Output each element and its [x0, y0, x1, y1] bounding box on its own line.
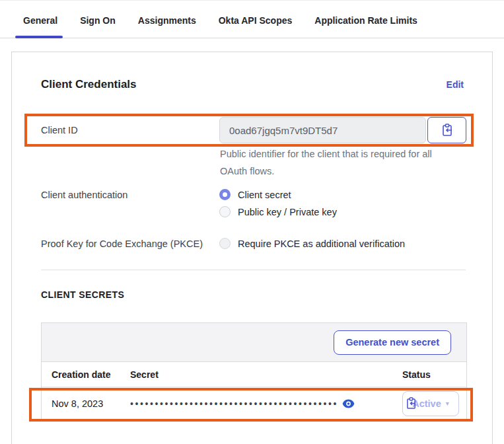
client-id-help-text: Public identifier for the client that is… — [220, 145, 450, 180]
secret-creation-date: Nov 8, 2023 — [52, 398, 130, 409]
caret-down-icon: ▾ — [446, 400, 449, 407]
radio-client-secret-label: Client secret — [238, 190, 291, 200]
masked-secret-value: ••••••••••••••••••••••••••••••••••••••••… — [130, 398, 338, 409]
client-id-input[interactable] — [219, 117, 426, 143]
column-header-secret: Secret — [130, 369, 402, 380]
status-cell: Active ▾ — [402, 391, 466, 416]
column-header-status: Status — [402, 369, 466, 380]
tab-assignments[interactable]: Assignments — [137, 15, 198, 38]
section-divider — [41, 270, 466, 270]
pkce-row: Proof Key for Code Exchange (PKCE) Requi… — [41, 238, 467, 249]
pkce-label: Proof Key for Code Exchange (PKCE) — [41, 238, 219, 249]
generate-new-secret-button[interactable]: Generate new secret — [334, 330, 451, 355]
client-authentication-options: Client secret Public key / Private key — [219, 189, 337, 217]
client-id-row-highlight: Client ID — [24, 114, 474, 147]
clipboard-copy-icon — [441, 124, 453, 137]
radio-unselected-icon[interactable] — [219, 206, 231, 217]
edit-link[interactable]: Edit — [447, 79, 464, 90]
panel-header: Client Credentials Edit — [41, 78, 464, 91]
eye-icon[interactable] — [342, 399, 355, 408]
pkce-checkbox-label: Require PKCE as additional verification — [238, 239, 405, 249]
copy-client-id-button[interactable] — [427, 117, 466, 143]
radio-public-private-key[interactable]: Public key / Private key — [219, 206, 337, 217]
pkce-checkbox-option[interactable]: Require PKCE as additional verification — [219, 238, 405, 249]
client-secrets-table: Generate new secret Creation date Secret… — [41, 322, 467, 420]
radio-client-secret[interactable]: Client secret — [219, 189, 337, 200]
client-id-field-group — [219, 117, 466, 143]
client-secrets-heading: CLIENT SECRETS — [41, 289, 124, 300]
tab-sign-on[interactable]: Sign On — [79, 15, 117, 38]
tab-okta-api-scopes[interactable]: Okta API Scopes — [217, 15, 294, 38]
column-header-creation-date: Creation date — [52, 369, 130, 380]
client-authentication-row: Client authentication Client secret Publ… — [41, 189, 467, 217]
client-id-label: Client ID — [27, 125, 219, 135]
tab-general[interactable]: General — [22, 15, 59, 38]
radio-public-private-key-label: Public key / Private key — [238, 207, 337, 217]
checkbox-unchecked-icon[interactable] — [219, 238, 231, 249]
app-tab-bar: General Sign On Assignments Okta API Sco… — [0, 0, 504, 38]
radio-selected-icon[interactable] — [219, 189, 231, 200]
secret-cell: ••••••••••••••••••••••••••••••••••••••••… — [130, 398, 402, 409]
copy-secret-icon[interactable] — [406, 397, 417, 410]
table-header-row: Creation date Secret Status — [42, 362, 466, 387]
panel-title: Client Credentials — [41, 78, 137, 91]
table-row: Nov 8, 2023 ••••••••••••••••••••••••••••… — [42, 387, 466, 420]
table-toolbar: Generate new secret — [42, 323, 466, 362]
client-credentials-panel: Client Credentials Edit Client ID Public… — [11, 52, 493, 444]
client-authentication-label: Client authentication — [41, 189, 219, 217]
tabs-container: General Sign On Assignments Okta API Sco… — [0, 1, 504, 38]
tab-application-rate-limits[interactable]: Application Rate Limits — [313, 15, 419, 38]
